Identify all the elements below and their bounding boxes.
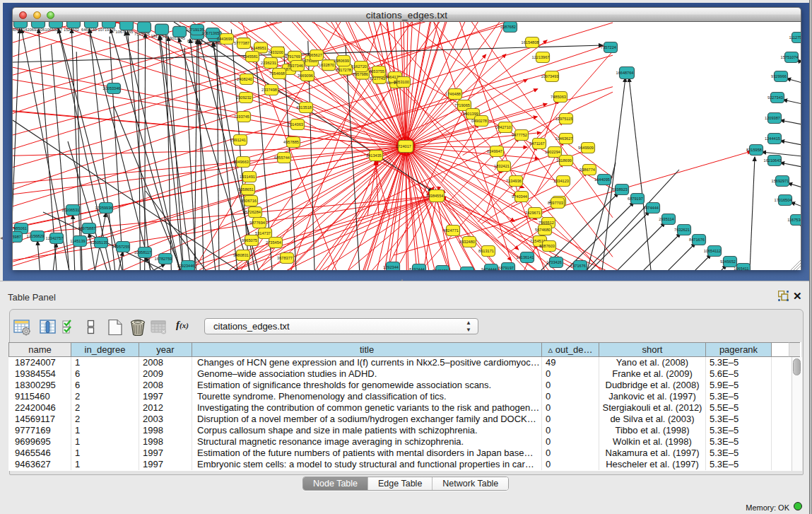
svg-text:9649909: 9649909 bbox=[578, 146, 594, 150]
svg-text:9245652: 9245652 bbox=[433, 269, 448, 270]
svg-text:1632870: 1632870 bbox=[319, 63, 334, 67]
svg-text:7065627: 7065627 bbox=[307, 53, 322, 57]
svg-text:9329966: 9329966 bbox=[771, 74, 787, 78]
svg-text:1209387: 1209387 bbox=[765, 116, 780, 120]
svg-text:20691406: 20691406 bbox=[28, 28, 45, 32]
svg-text:8813054: 8813054 bbox=[187, 39, 203, 43]
svg-text:20053346: 20053346 bbox=[103, 86, 121, 90]
svg-text:9474444: 9474444 bbox=[643, 206, 659, 210]
svg-text:3669096: 3669096 bbox=[298, 74, 313, 78]
svg-text:0443699: 0443699 bbox=[217, 37, 233, 41]
svg-text:8937346: 8937346 bbox=[288, 64, 303, 68]
svg-text:12156829: 12156829 bbox=[27, 234, 45, 238]
svg-text:18132504: 18132504 bbox=[151, 34, 169, 38]
svg-text:10653267: 10653267 bbox=[45, 28, 63, 32]
svg-text:10463627: 10463627 bbox=[555, 136, 573, 141]
svg-text:10654112: 10654112 bbox=[704, 249, 721, 253]
svg-text:0932480: 0932480 bbox=[459, 240, 475, 244]
svg-text:5674680: 5674680 bbox=[535, 228, 551, 232]
svg-text:1644095: 1644095 bbox=[594, 177, 610, 182]
svg-text:7719065: 7719065 bbox=[454, 103, 470, 107]
svg-text:9877694: 9877694 bbox=[249, 221, 265, 225]
svg-text:8192444: 8192444 bbox=[409, 267, 425, 270]
svg-text:1485061: 1485061 bbox=[13, 226, 27, 230]
svg-text:9474444: 9474444 bbox=[481, 267, 497, 270]
svg-text:17957255: 17957255 bbox=[112, 245, 130, 249]
svg-text:9740344: 9740344 bbox=[512, 194, 527, 199]
svg-text:4653755: 4653755 bbox=[369, 69, 384, 74]
svg-text:7429671: 7429671 bbox=[525, 211, 541, 215]
svg-text:10719135: 10719135 bbox=[98, 28, 116, 32]
svg-text:8506716: 8506716 bbox=[241, 199, 257, 203]
svg-text:0471167: 0471167 bbox=[529, 141, 544, 146]
svg-text:8938923: 8938923 bbox=[612, 187, 628, 192]
svg-text:6879197: 6879197 bbox=[498, 266, 514, 270]
svg-text:6879197: 6879197 bbox=[628, 197, 643, 201]
svg-text:1167534: 1167534 bbox=[787, 218, 801, 222]
svg-text:1902294: 1902294 bbox=[545, 150, 560, 154]
svg-text:7014363: 7014363 bbox=[288, 122, 303, 127]
svg-text:8613171: 8613171 bbox=[478, 249, 494, 253]
svg-text:2148951: 2148951 bbox=[251, 46, 266, 50]
svg-text:1733426: 1733426 bbox=[546, 260, 562, 264]
svg-text:15692971: 15692971 bbox=[772, 179, 789, 183]
svg-text:8087603: 8087603 bbox=[539, 244, 555, 248]
svg-text:7193745: 7193745 bbox=[234, 115, 249, 119]
svg-text:10973493: 10973493 bbox=[541, 74, 559, 78]
svg-text:1931491: 1931491 bbox=[240, 175, 255, 179]
svg-text:19384554: 19384554 bbox=[426, 194, 444, 198]
svg-text:3309232: 3309232 bbox=[236, 95, 252, 100]
svg-text:9477752: 9477752 bbox=[512, 133, 527, 137]
svg-text:14136141: 14136141 bbox=[517, 255, 534, 259]
svg-text:15751074: 15751074 bbox=[781, 55, 799, 59]
svg-text:4957885: 4957885 bbox=[283, 140, 299, 144]
svg-text:7357224: 7357224 bbox=[601, 45, 616, 49]
svg-text:9245652: 9245652 bbox=[720, 259, 736, 264]
svg-text:4345581: 4345581 bbox=[242, 54, 258, 59]
svg-text:17359936: 17359936 bbox=[95, 206, 113, 210]
svg-text:10671365: 10671365 bbox=[116, 30, 134, 34]
svg-text:2735454: 2735454 bbox=[266, 240, 281, 245]
svg-text:16033809: 16033809 bbox=[204, 41, 222, 45]
svg-text:7134936: 7134936 bbox=[506, 179, 522, 183]
svg-text:2408240: 2408240 bbox=[237, 77, 252, 81]
svg-text:3433200: 3433200 bbox=[268, 50, 283, 54]
svg-text:1065411: 1065411 bbox=[734, 267, 748, 270]
svg-text:1244415: 1244415 bbox=[765, 136, 780, 141]
svg-text:16210643: 16210643 bbox=[764, 158, 782, 163]
svg-text:9049663: 9049663 bbox=[233, 160, 249, 164]
svg-text:0249947: 0249947 bbox=[487, 149, 502, 153]
svg-text:4824771: 4824771 bbox=[443, 228, 459, 233]
svg-text:2980699: 2980699 bbox=[334, 59, 349, 63]
svg-text:0842710: 0842710 bbox=[495, 125, 511, 129]
svg-text:8957986: 8957986 bbox=[353, 72, 368, 76]
svg-text:12923446: 12923446 bbox=[177, 264, 195, 268]
svg-text:7485063: 7485063 bbox=[551, 95, 566, 99]
svg-text:93975887: 93975887 bbox=[78, 226, 96, 230]
svg-text:3678377: 3678377 bbox=[277, 256, 293, 260]
svg-text:5777387: 5777387 bbox=[234, 41, 249, 45]
svg-text:7632621: 7632621 bbox=[674, 228, 690, 232]
svg-text:16154808: 16154808 bbox=[522, 40, 539, 45]
svg-text:8471676: 8471676 bbox=[689, 238, 705, 242]
svg-text:5314737: 5314737 bbox=[255, 231, 271, 235]
svg-text:9012345: 9012345 bbox=[170, 36, 185, 40]
svg-text:8053100: 8053100 bbox=[394, 80, 409, 84]
svg-text:0162720: 0162720 bbox=[351, 64, 367, 69]
svg-text:1145139: 1145139 bbox=[70, 239, 85, 243]
svg-text:4313518: 4313518 bbox=[296, 105, 312, 110]
svg-text:9227343: 9227343 bbox=[767, 95, 783, 100]
svg-text:9480831: 9480831 bbox=[233, 253, 249, 257]
svg-text:9386774: 9386774 bbox=[579, 168, 595, 172]
svg-text:17016504: 17016504 bbox=[775, 198, 792, 202]
svg-text:12505135: 12505135 bbox=[90, 240, 108, 245]
svg-text:2935114: 2935114 bbox=[659, 217, 673, 221]
svg-text:12975115: 12975115 bbox=[555, 117, 572, 121]
svg-text:9965075: 9965075 bbox=[242, 238, 257, 243]
svg-text:1527602: 1527602 bbox=[64, 28, 79, 32]
svg-text:1832421: 1832421 bbox=[494, 164, 510, 168]
svg-text:9058651: 9058651 bbox=[238, 187, 254, 192]
svg-text:1724017: 1724017 bbox=[396, 144, 411, 148]
svg-text:2236231: 2236231 bbox=[261, 61, 276, 65]
svg-text:1746488: 1746488 bbox=[445, 92, 461, 96]
